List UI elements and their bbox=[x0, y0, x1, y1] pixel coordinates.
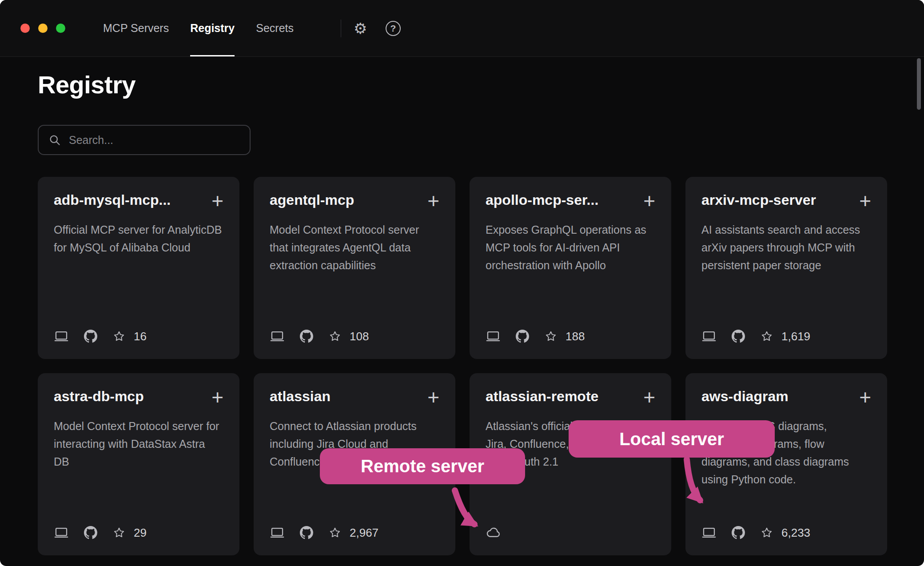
server-description: AI assistants search and access arXiv pa… bbox=[701, 221, 871, 274]
star-count: 29 bbox=[134, 526, 147, 540]
star-icon bbox=[760, 330, 773, 343]
registry-card: adb-mysql-mcp... + Official MCP server f… bbox=[38, 177, 239, 359]
server-name: aws-diagram bbox=[701, 388, 789, 405]
server-description: Model Context Protocol server that integ… bbox=[270, 221, 439, 274]
registry-card: apollo-mcp-ser... + Exposes GraphQL oper… bbox=[470, 177, 671, 359]
star-count: 16 bbox=[134, 330, 147, 343]
tab-secrets[interactable]: Secrets bbox=[256, 0, 294, 56]
search-icon bbox=[48, 134, 61, 146]
add-server-button[interactable]: + bbox=[211, 193, 223, 209]
close-window-button[interactable] bbox=[20, 24, 30, 33]
search-box bbox=[38, 125, 251, 155]
card-footer: 16 bbox=[54, 329, 223, 344]
tab-registry[interactable]: Registry bbox=[190, 0, 235, 56]
help-icon[interactable]: ? bbox=[386, 21, 401, 36]
star-icon bbox=[760, 526, 773, 539]
add-server-button[interactable]: + bbox=[643, 389, 655, 406]
registry-card: astra-db-mcp + Model Context Protocol se… bbox=[38, 373, 239, 555]
star-icon bbox=[544, 330, 558, 343]
search-input[interactable] bbox=[68, 133, 240, 147]
local-server-callout: Local server bbox=[569, 420, 775, 458]
card-footer: 29 bbox=[54, 525, 223, 540]
card-header: atlassian + bbox=[270, 388, 439, 406]
server-description: Official MCP server for AnalyticDB for M… bbox=[54, 221, 223, 256]
card-header: astra-db-mcp + bbox=[54, 388, 223, 406]
titlebar: MCP Servers Registry Secrets ⚙ ? bbox=[0, 0, 924, 57]
zoom-window-button[interactable] bbox=[56, 24, 65, 33]
traffic-lights bbox=[20, 0, 65, 56]
add-server-button[interactable]: + bbox=[427, 389, 439, 406]
github-icon bbox=[732, 330, 745, 343]
card-header: adb-mysql-mcp... + bbox=[54, 192, 223, 209]
server-name: atlassian-remote bbox=[486, 388, 598, 405]
main-nav: MCP Servers Registry Secrets bbox=[103, 0, 294, 56]
github-icon bbox=[300, 526, 313, 539]
server-name: apollo-mcp-ser... bbox=[486, 192, 598, 208]
card-footer: 2,967 bbox=[270, 525, 439, 540]
github-icon bbox=[732, 526, 745, 539]
star-icon bbox=[112, 330, 126, 343]
card-footer: 1,619 bbox=[701, 329, 871, 344]
add-server-button[interactable]: + bbox=[643, 193, 655, 209]
github-icon bbox=[84, 526, 97, 539]
card-footer bbox=[486, 524, 655, 540]
server-name: astra-db-mcp bbox=[54, 388, 144, 405]
star-icon bbox=[328, 526, 342, 539]
github-icon bbox=[516, 330, 529, 343]
laptop-icon bbox=[54, 329, 69, 344]
add-server-button[interactable]: + bbox=[859, 389, 871, 406]
github-icon bbox=[84, 330, 97, 343]
add-server-button[interactable]: + bbox=[859, 193, 871, 209]
server-name: agentql-mcp bbox=[270, 192, 354, 208]
remote-server-callout: Remote server bbox=[320, 448, 525, 484]
nav-divider bbox=[341, 20, 341, 37]
star-count: 6,233 bbox=[781, 526, 810, 540]
star-icon bbox=[328, 330, 342, 343]
server-description: Exposes GraphQL operations as MCP tools … bbox=[486, 221, 655, 274]
server-name: arxiv-mcp-server bbox=[701, 192, 816, 208]
star-count: 108 bbox=[350, 330, 369, 343]
star-icon bbox=[112, 526, 126, 539]
server-name: adb-mysql-mcp... bbox=[54, 192, 171, 208]
laptop-icon bbox=[270, 329, 285, 344]
card-footer: 108 bbox=[270, 329, 439, 344]
card-header: apollo-mcp-ser... + bbox=[486, 192, 655, 209]
tab-mcp-servers[interactable]: MCP Servers bbox=[103, 0, 169, 56]
server-description: Model Context Protocol server for intera… bbox=[54, 417, 223, 470]
page-title: Registry bbox=[38, 70, 135, 99]
laptop-icon bbox=[701, 525, 717, 540]
card-header: agentql-mcp + bbox=[270, 192, 439, 209]
card-header: aws-diagram + bbox=[701, 388, 871, 406]
star-count: 188 bbox=[566, 330, 585, 343]
card-header: atlassian-remote + bbox=[486, 388, 655, 406]
minimize-window-button[interactable] bbox=[38, 24, 48, 33]
laptop-icon bbox=[270, 525, 285, 540]
laptop-icon bbox=[54, 525, 69, 540]
registry-card: arxiv-mcp-server + AI assistants search … bbox=[685, 177, 887, 359]
github-icon bbox=[300, 330, 313, 343]
registry-card: agentql-mcp + Model Context Protocol ser… bbox=[254, 177, 455, 359]
laptop-icon bbox=[701, 329, 717, 344]
card-footer: 6,233 bbox=[701, 525, 871, 540]
add-server-button[interactable]: + bbox=[211, 389, 223, 406]
card-header: arxiv-mcp-server + bbox=[701, 192, 871, 209]
star-count: 1,619 bbox=[781, 330, 810, 343]
registry-card-grid: adb-mysql-mcp... + Official MCP server f… bbox=[38, 177, 887, 555]
server-name: atlassian bbox=[270, 388, 331, 405]
card-footer: 188 bbox=[486, 329, 655, 344]
scrollbar[interactable] bbox=[917, 58, 921, 110]
star-count: 2,967 bbox=[350, 526, 378, 540]
registry-card: aws-diagram + Generate AWS diagrams, seq… bbox=[685, 373, 887, 555]
settings-gear-icon[interactable]: ⚙ bbox=[354, 0, 367, 56]
add-server-button[interactable]: + bbox=[427, 193, 439, 209]
app-window: MCP Servers Registry Secrets ⚙ ? Registr… bbox=[0, 0, 924, 566]
laptop-icon bbox=[486, 329, 501, 344]
cloud-icon bbox=[486, 524, 502, 540]
